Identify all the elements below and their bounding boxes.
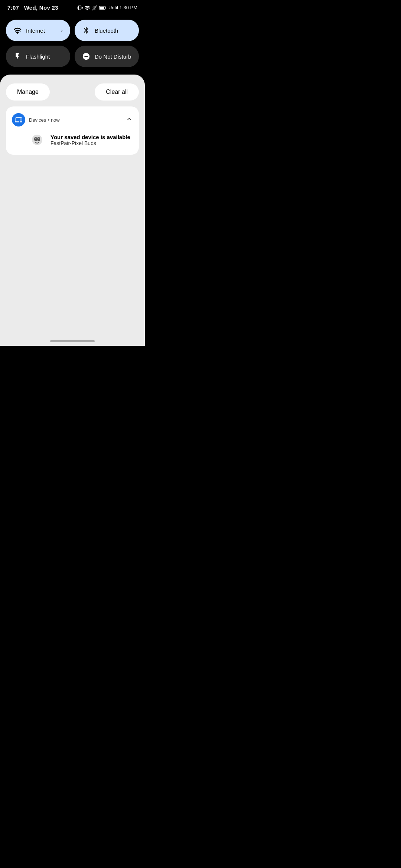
flashlight-icon [13, 52, 22, 60]
quick-settings-panel: Internet › Bluetooth Flashlight Do Not D… [0, 14, 145, 75]
battery-icon [99, 5, 107, 11]
notification-header: Devices • now [12, 113, 133, 126]
notification-card-devices: Devices • now [6, 106, 139, 155]
devices-app-icon [12, 113, 25, 126]
svg-point-6 [35, 138, 36, 139]
notification-app-name: Devices [29, 117, 46, 123]
notification-header-left: Devices • now [12, 113, 60, 126]
notification-app-meta: Devices • now [29, 116, 60, 123]
status-time: 7:07 [7, 4, 19, 11]
notification-title: Your saved device is available [50, 134, 130, 140]
dnd-tile[interactable]: Do Not Disturb [75, 46, 139, 67]
wifi-status-icon [84, 5, 90, 11]
manage-button[interactable]: Manage [6, 83, 50, 101]
notification-subtitle: FastPair-Pixel Buds [50, 140, 130, 146]
bottom-empty-area [0, 223, 145, 334]
status-date: Wed, Nov 23 [24, 4, 58, 11]
home-indicator [0, 334, 145, 346]
status-right-area: Until 1:30 PM [77, 5, 137, 11]
internet-label: Internet [26, 27, 45, 34]
clear-all-button[interactable]: Clear all [95, 83, 139, 101]
svg-rect-2 [100, 7, 104, 9]
vibrate-icon [77, 5, 83, 11]
signal-icon [92, 5, 98, 11]
internet-tile[interactable]: Internet › [6, 20, 70, 41]
bluetooth-tile[interactable]: Bluetooth [75, 20, 139, 41]
flashlight-label: Flashlight [26, 53, 50, 60]
flashlight-tile[interactable]: Flashlight [6, 46, 70, 67]
bluetooth-label: Bluetooth [95, 27, 118, 34]
home-bar [50, 340, 95, 342]
dnd-icon [82, 52, 90, 60]
status-time-date: 7:07 Wed, Nov 23 [7, 4, 58, 11]
status-bar: 7:07 Wed, Nov 23 [0, 0, 145, 14]
status-until: Until 1:30 PM [108, 5, 137, 10]
dnd-label: Do Not Disturb [95, 53, 131, 60]
notification-expand-icon[interactable] [125, 115, 133, 125]
pixel-buds-icon [29, 132, 45, 148]
notification-area: Manage Clear all Devices • now [0, 75, 145, 223]
notification-content: Your saved device is available FastPair-… [12, 132, 133, 148]
notification-text: Your saved device is available FastPair-… [50, 134, 130, 146]
notification-dot: • [48, 117, 51, 123]
internet-chevron: › [61, 27, 63, 33]
status-system-icons [77, 5, 107, 11]
svg-point-7 [38, 138, 39, 139]
wifi-icon [13, 26, 22, 34]
notification-time: now [51, 117, 60, 123]
action-buttons-row: Manage Clear all [6, 82, 139, 103]
bluetooth-icon [82, 26, 90, 34]
